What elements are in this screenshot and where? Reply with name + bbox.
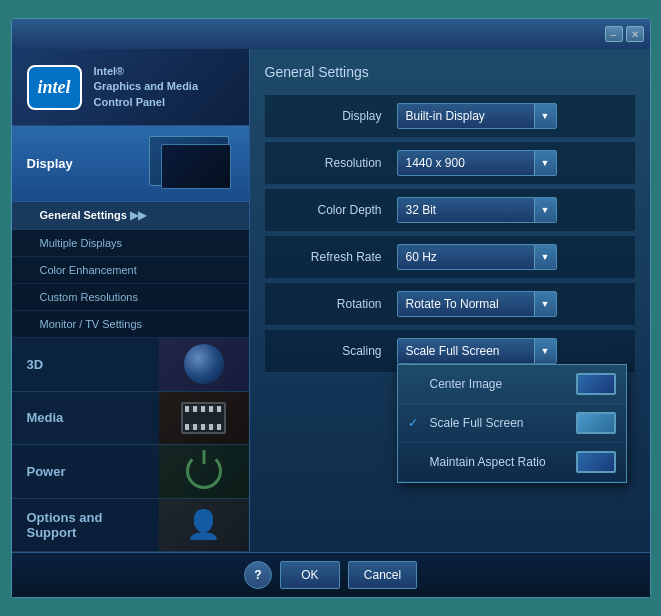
scaling-control: Scale Full Screen ▼ Center Image (397, 338, 623, 364)
sidebar-item-multiple-displays[interactable]: Multiple Displays (12, 230, 249, 257)
close-button[interactable]: ✕ (626, 26, 644, 42)
sidebar-sub-menu: General Settings ▶▶ Multiple Displays Co… (12, 202, 249, 338)
scale-full-check: ✓ (408, 416, 422, 430)
aspect-ratio-label: Maintain Aspect Ratio (430, 455, 568, 469)
sidebar-item-power[interactable]: Power (12, 445, 249, 498)
color-depth-value: 32 Bit (406, 203, 437, 217)
sidebar-item-monitor-tv[interactable]: Monitor / TV Settings (12, 311, 249, 338)
display-dropdown[interactable]: Built-in Display ▼ (397, 103, 557, 129)
sphere-icon (184, 344, 224, 384)
color-depth-row: Color Depth 32 Bit ▼ (265, 189, 635, 232)
sidebar-item-3d[interactable]: 3D (12, 338, 249, 391)
sidebar-item-color-enhancement[interactable]: Color Enhancement (12, 257, 249, 284)
refresh-rate-label: Refresh Rate (277, 250, 397, 264)
center-image-swatch (576, 373, 616, 395)
scaling-option-center-image[interactable]: Center Image (398, 365, 626, 404)
cancel-button[interactable]: Cancel (348, 561, 417, 589)
ok-button[interactable]: OK (280, 561, 340, 589)
display-control: Built-in Display ▼ (397, 103, 623, 129)
sidebar-3d-thumb (159, 338, 249, 391)
display-label: Display (277, 109, 397, 123)
resolution-dropdown[interactable]: 1440 x 900 ▼ (397, 150, 557, 176)
resolution-row: Resolution 1440 x 900 ▼ (265, 142, 635, 185)
sidebar-media-label: Media (12, 398, 159, 437)
color-depth-dropdown[interactable]: 32 Bit ▼ (397, 197, 557, 223)
aspect-ratio-swatch (576, 451, 616, 473)
sidebar-options-label: Options and Support (12, 499, 159, 552)
resolution-dropdown-value: 1440 x 900 (406, 156, 465, 170)
scaling-option-scale-full[interactable]: ✓ Scale Full Screen (398, 404, 626, 443)
bottom-bar: ? OK Cancel (12, 552, 650, 597)
title-bar: – ✕ (12, 19, 650, 49)
resolution-control: 1440 x 900 ▼ (397, 150, 623, 176)
display-thumbnail (149, 136, 234, 191)
sidebar-support-thumb: 👤 (159, 499, 249, 552)
sidebar-power-thumb (159, 445, 249, 498)
rotation-row: Rotation Rotate To Normal ▼ (265, 283, 635, 326)
scaling-label: Scaling (277, 344, 397, 358)
settings-form: Display Built-in Display ▼ Resolution 14… (265, 95, 635, 373)
power-icon (186, 453, 222, 489)
general-settings-arrow: ▶▶ (130, 209, 146, 221)
content-area: intel Intel®Graphics and MediaControl Pa… (12, 49, 650, 552)
refresh-rate-dropdown[interactable]: 60 Hz ▼ (397, 244, 557, 270)
sidebar-item-general-settings[interactable]: General Settings ▶▶ (12, 202, 249, 230)
sidebar-power-label: Power (12, 452, 159, 491)
film-icon (181, 402, 226, 434)
display-dropdown-value: Built-in Display (406, 109, 485, 123)
sidebar-header: intel Intel®Graphics and MediaControl Pa… (12, 49, 249, 126)
sidebar-section-display: Display General Settings ▶▶ Multiple Dis… (12, 126, 249, 338)
sidebar-media-thumb (159, 392, 249, 445)
main-window: – ✕ intel Intel®Graphics and MediaContro… (11, 18, 651, 598)
resolution-dropdown-arrow: ▼ (534, 151, 556, 175)
person-icon: 👤 (186, 508, 221, 541)
sidebar-item-custom-resolutions[interactable]: Custom Resolutions (12, 284, 249, 311)
sidebar-item-options-support[interactable]: Options and Support 👤 (12, 499, 249, 552)
scaling-row: Scaling Scale Full Screen ▼ Center Image (265, 330, 635, 373)
display-row: Display Built-in Display ▼ (265, 95, 635, 138)
intel-logo: intel (27, 65, 82, 110)
color-depth-label: Color Depth (277, 203, 397, 217)
center-image-label: Center Image (430, 377, 568, 391)
sidebar-item-display[interactable]: Display (12, 126, 249, 202)
scale-full-label: Scale Full Screen (430, 416, 568, 430)
display-thumb-img2 (161, 144, 231, 189)
scaling-dropdown-menu: Center Image ✓ Scale Full Screen (397, 364, 627, 483)
refresh-rate-arrow: ▼ (534, 245, 556, 269)
refresh-rate-value: 60 Hz (406, 250, 437, 264)
panel-title: General Settings (265, 64, 635, 80)
rotation-value: Rotate To Normal (406, 297, 499, 311)
minimize-button[interactable]: – (605, 26, 623, 42)
sidebar-3d-label: 3D (12, 345, 159, 384)
scaling-option-aspect-ratio[interactable]: Maintain Aspect Ratio (398, 443, 626, 482)
scaling-dropdown[interactable]: Scale Full Screen ▼ (397, 338, 557, 364)
color-depth-arrow: ▼ (534, 198, 556, 222)
rotation-label: Rotation (277, 297, 397, 311)
rotation-dropdown[interactable]: Rotate To Normal ▼ (397, 291, 557, 317)
sidebar-display-label: Display (27, 156, 73, 171)
rotation-control: Rotate To Normal ▼ (397, 291, 623, 317)
color-depth-control: 32 Bit ▼ (397, 197, 623, 223)
sidebar-title: Intel®Graphics and MediaControl Panel (94, 64, 199, 110)
scaling-arrow: ▼ (534, 339, 556, 363)
sidebar: intel Intel®Graphics and MediaControl Pa… (12, 49, 250, 552)
display-dropdown-arrow: ▼ (534, 104, 556, 128)
help-button[interactable]: ? (244, 561, 272, 589)
resolution-label: Resolution (277, 156, 397, 170)
rotation-arrow: ▼ (534, 292, 556, 316)
main-panel: General Settings Display Built-in Displa… (250, 49, 650, 552)
refresh-rate-row: Refresh Rate 60 Hz ▼ (265, 236, 635, 279)
scale-full-swatch (576, 412, 616, 434)
refresh-rate-control: 60 Hz ▼ (397, 244, 623, 270)
scaling-value: Scale Full Screen (406, 344, 500, 358)
sidebar-item-media[interactable]: Media (12, 392, 249, 445)
